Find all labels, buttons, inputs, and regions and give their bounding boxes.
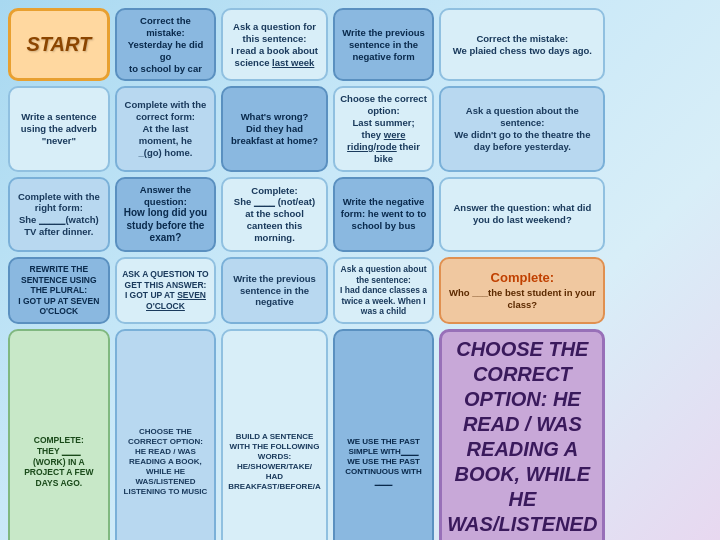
cell-text: Complete with the right form:She _____(w…	[15, 191, 103, 239]
cell-r1c6	[610, 8, 712, 81]
cell-r5c6	[610, 329, 712, 540]
cell-text: COMPLETE:THEY ____(WORK) IN A PROJECT A …	[15, 435, 103, 488]
cell-r3c6	[610, 177, 712, 252]
cell-text: Correct the mistake:Yesterday he did got…	[122, 15, 210, 74]
cell-r1c4: Write the previous sentence in the negat…	[333, 8, 435, 81]
cell-r5c3: BUILD A SENTENCE WITH THE FOLLOWING WORD…	[221, 329, 327, 540]
cell-text: Write the previous sentence in the negat…	[340, 27, 428, 63]
cell-text: Write the negative form: he went to to s…	[340, 196, 428, 232]
cell-text: Ask a question for this sentence:I read …	[228, 21, 320, 69]
cell-text: Complete:She ____ (not/eat)at the school…	[228, 185, 320, 244]
cell-r2c6	[610, 86, 712, 171]
cell-r2c5: Ask a question about the sentence:We did…	[439, 86, 605, 171]
grid: START Correct the mistake:Yesterday he d…	[8, 8, 712, 532]
cell-text: Complete with the correct form:At the la…	[122, 99, 210, 158]
cell-text: ASK A QUESTION TO GET THIS ANSWER:I GOT …	[122, 269, 210, 312]
cell-text: What's wrong?Did they had breakfast at h…	[228, 111, 320, 147]
cell-r4c1: REWRITE THE SENTENCE USING THE PLURAL:I …	[8, 257, 110, 324]
cell-text: CHOOSE THE CORRECT OPTION:HE READ / WAS …	[122, 427, 210, 497]
cell-r1c5: Correct the mistake:We plaied chess two …	[439, 8, 605, 81]
end-cell: CHOOSE THE CORRECT OPTION: HE READ / WAS…	[439, 329, 605, 540]
cell-r2c3: What's wrong?Did they had breakfast at h…	[221, 86, 327, 171]
cell-r3c1: Complete with the right form:She _____(w…	[8, 177, 110, 252]
cell-r1c2: Correct the mistake:Yesterday he did got…	[115, 8, 217, 81]
cell-r4c2: ASK A QUESTION TO GET THIS ANSWER:I GOT …	[115, 257, 217, 324]
cell-text: WE USE THE PAST SIMPLE WITH____WE USE TH…	[340, 437, 428, 487]
cell-r5c2: CHOOSE THE CORRECT OPTION:HE READ / WAS …	[115, 329, 217, 540]
cell-r3c2: Answer the question:How long did you stu…	[115, 177, 217, 252]
cell-text: Answer the question:How long did you stu…	[122, 184, 210, 245]
cell-text: REWRITE THE SENTENCE USING THE PLURAL:I …	[15, 264, 103, 317]
cell-r5c1: COMPLETE:THEY ____(WORK) IN A PROJECT A …	[8, 329, 110, 540]
cell-r2c1: Write a sentence using the adverb"never"	[8, 86, 110, 171]
cell-r4c6	[610, 257, 712, 324]
cell-r3c3: Complete:She ____ (not/eat)at the school…	[221, 177, 327, 252]
cell-r1c3: Ask a question for this sentence:I read …	[221, 8, 327, 81]
cell-text: Write a sentence using the adverb"never"	[15, 111, 103, 147]
start-label: START	[26, 32, 91, 57]
game-board: START Correct the mistake:Yesterday he d…	[0, 0, 720, 540]
cell-r5c4: WE USE THE PAST SIMPLE WITH____WE USE TH…	[333, 329, 435, 540]
cell-r4c4: Ask a question about the sentence:I had …	[333, 257, 435, 324]
cell-text: Correct the mistake:We plaied chess two …	[453, 33, 592, 57]
cell-text: Complete:Who ___the best student in your…	[446, 270, 598, 310]
cell-r2c4: Choose the correct option:Last summer;th…	[333, 86, 435, 171]
cell-text: Ask a question about the sentence:We did…	[446, 105, 598, 153]
cell-text: Write the previous sentence in the negat…	[228, 273, 320, 309]
start-cell: START	[8, 8, 110, 81]
cell-r3c5: Answer the question: what did you do las…	[439, 177, 605, 252]
end-label: CHOOSE THE CORRECT OPTION: HE READ / WAS…	[447, 337, 597, 540]
cell-text: Answer the question: what did you do las…	[446, 202, 598, 226]
cell-r3c4: Write the negative form: he went to to s…	[333, 177, 435, 252]
cell-text: Choose the correct option:Last summer;th…	[340, 93, 428, 164]
cell-r4c3: Write the previous sentence in the negat…	[221, 257, 327, 324]
cell-text: BUILD A SENTENCE WITH THE FOLLOWING WORD…	[228, 432, 320, 492]
cell-r2c2: Complete with the correct form:At the la…	[115, 86, 217, 171]
cell-r4c5: Complete:Who ___the best student in your…	[439, 257, 605, 324]
cell-text: Ask a question about the sentence:I had …	[340, 264, 428, 317]
